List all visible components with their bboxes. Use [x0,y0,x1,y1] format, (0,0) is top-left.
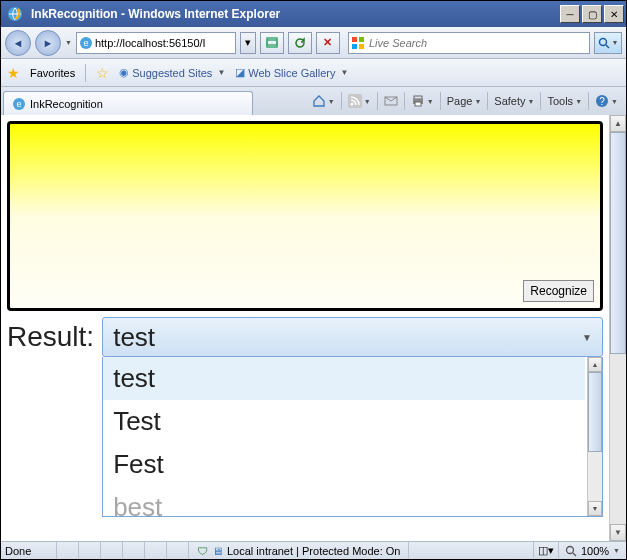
tools-menu[interactable]: Tools▼ [543,90,586,112]
list-item[interactable]: Fest [103,443,585,486]
svg-line-10 [606,45,609,48]
favorites-star-icon[interactable]: ★ [7,65,20,81]
page-icon: e [79,36,93,50]
svg-text:?: ? [599,96,605,107]
svg-point-9 [599,38,606,45]
status-text: Done [1,542,57,559]
help-button[interactable]: ?▼ [591,90,622,112]
svg-rect-4 [267,38,277,45]
chevron-down-icon: ▼ [582,332,592,343]
favorites-label[interactable]: Favorites [30,67,75,79]
safety-menu[interactable]: Safety▼ [490,90,538,112]
refresh-button[interactable] [288,32,312,54]
svg-rect-16 [414,96,422,99]
ie-icon [7,6,23,22]
stop-button[interactable]: ✕ [316,32,340,54]
status-bar: Done 🛡 🖥 Local intranet | Protected Mode… [1,541,626,559]
page-menu[interactable]: Page▼ [443,90,486,112]
feeds-button[interactable]: ▼ [344,90,375,112]
svg-rect-7 [352,44,357,49]
globe-icon: 🖥 [212,545,223,557]
separator [85,64,86,82]
help-icon: ? [595,94,609,108]
window-titlebar: InkRecognition - Windows Internet Explor… [1,1,626,27]
search-button[interactable]: ▼ [594,32,622,54]
list-item[interactable]: Test [103,400,585,443]
result-combobox[interactable]: test ▼ [102,317,603,357]
suggested-sites-link[interactable]: ◉Suggested Sites▼ [119,66,225,79]
tab-icon: e [12,97,26,111]
compat-icon [265,36,279,50]
bing-icon [351,36,365,50]
list-item[interactable]: test [103,357,585,400]
zoom-control[interactable]: 100% ▼ [559,545,626,557]
home-icon [312,94,326,108]
shield-icon: 🛡 [197,545,208,557]
search-icon [598,37,610,49]
page-scrollbar[interactable]: ▲ ▼ [609,115,626,541]
security-zone[interactable]: 🛡 🖥 Local intranet | Protected Mode: On [189,542,409,559]
scroll-down-icon[interactable]: ▼ [588,501,602,516]
browser-tab[interactable]: e InkRecognition [3,91,253,115]
tab-bar: e InkRecognition ▼ ▼ ▼ Page▼ Safety▼ Too… [1,87,626,115]
favorites-bar: ★ Favorites ☆ ◉Suggested Sites▼ ◪Web Sli… [1,59,626,87]
search-bar[interactable] [348,32,590,54]
recognize-button[interactable]: Recognize [523,280,594,302]
scroll-down-icon[interactable]: ▼ [610,524,626,541]
svg-point-14 [350,103,353,106]
svg-rect-18 [415,102,421,106]
scroll-up-icon[interactable]: ▲ [610,115,626,132]
address-input[interactable] [95,37,233,49]
minimize-button[interactable]: ─ [560,5,580,23]
zoom-icon [565,545,577,557]
mail-button[interactable] [380,90,402,112]
tab-title: InkRecognition [30,98,103,110]
refresh-icon [293,36,307,50]
ink-canvas[interactable]: Recognize [7,121,603,311]
scroll-up-icon[interactable]: ▲ [588,357,602,372]
svg-rect-5 [352,37,357,42]
compat-button[interactable] [260,32,284,54]
svg-line-22 [573,553,576,556]
svg-text:e: e [16,99,21,109]
address-dropdown[interactable]: ▾ [240,32,256,54]
scroll-thumb[interactable] [610,132,626,354]
site-icon: ◉ [119,66,129,79]
svg-rect-6 [359,37,364,42]
svg-rect-3 [267,40,277,47]
scroll-thumb[interactable] [588,372,602,452]
result-listbox: test Test Fest best ▲ ▼ [102,357,603,517]
mail-icon [384,95,398,107]
webslice-link[interactable]: ◪Web Slice Gallery▼ [235,66,348,79]
nav-bar: ◄ ► ▼ e ▾ ✕ ▼ [1,27,626,59]
rss-icon [348,94,362,108]
window-title: InkRecognition - Windows Internet Explor… [27,7,560,21]
client-area: Recognize Result: test ▼ test Test Fest … [1,115,626,541]
stop-icon: ✕ [323,36,332,49]
page-content: Recognize Result: test ▼ test Test Fest … [1,115,609,541]
slice-icon: ◪ [235,66,245,79]
combo-selected: test [113,322,155,353]
maximize-button[interactable]: ▢ [582,5,602,23]
address-bar[interactable]: e [76,32,236,54]
svg-text:e: e [83,38,88,48]
svg-point-21 [566,546,573,553]
add-favorite-icon[interactable]: ☆ [96,65,109,81]
print-icon [411,94,425,108]
listbox-scrollbar[interactable]: ▲ ▼ [587,357,602,516]
home-button[interactable]: ▼ [308,90,339,112]
back-button[interactable]: ◄ [5,30,31,56]
result-label: Result: [7,317,94,353]
forward-button[interactable]: ► [35,30,61,56]
nav-history-chevron[interactable]: ▼ [65,39,72,46]
list-item[interactable]: best [103,486,585,517]
close-button[interactable]: ✕ [604,5,624,23]
command-bar: ▼ ▼ ▼ Page▼ Safety▼ Tools▼ ?▼ [304,87,626,115]
svg-rect-8 [359,44,364,49]
search-input[interactable] [369,37,587,49]
print-button[interactable]: ▼ [407,90,438,112]
popup-blocker[interactable]: ◫▾ [534,542,559,559]
